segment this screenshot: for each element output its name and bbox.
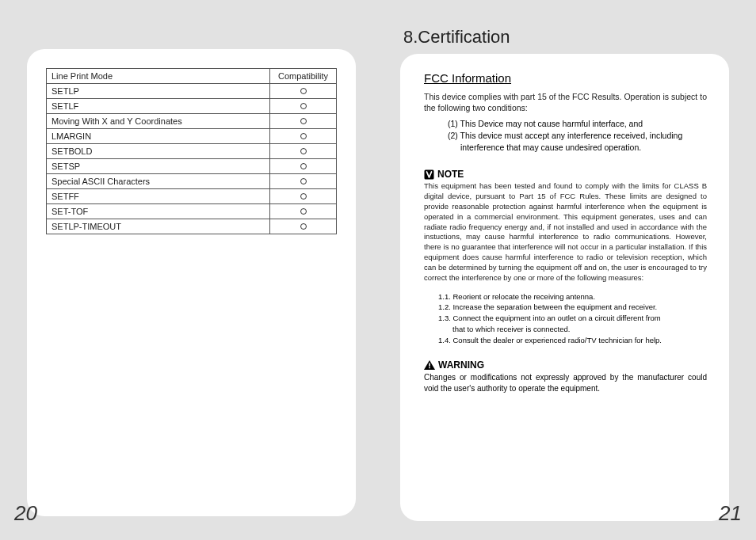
table-row: SET-TOF <box>47 204 337 219</box>
compat-mark-icon <box>300 118 307 124</box>
th-mode: Line Print Mode <box>47 69 270 84</box>
table-row: Special ASCII Characters <box>47 174 337 189</box>
measure-3a: 1.3. Connect the equipment into an outle… <box>438 313 707 324</box>
page-number-left: 20 <box>14 501 37 526</box>
th-compat: Compatibility <box>270 69 337 84</box>
compat-mark-icon <box>300 208 307 215</box>
page-number-right: 21 <box>719 501 742 526</box>
warning-label-row: WARNING <box>424 359 707 371</box>
warning-label: WARNING <box>438 359 484 371</box>
compat-mark-icon <box>300 223 307 230</box>
condition-2a: (2) This device must accept any interfer… <box>448 130 707 142</box>
warning-body: Changes or modifications not expressly a… <box>424 372 707 394</box>
compat-mark-icon <box>300 178 307 184</box>
table-row: SETFF <box>47 189 337 204</box>
measure-1: 1.1. Reorient or relocate the receiving … <box>438 291 707 302</box>
measure-3b: that to which receiver is connected. <box>438 324 707 335</box>
warning-icon <box>424 360 435 370</box>
condition-2b: interference that may cause undesired op… <box>448 142 707 154</box>
table-row: SETLF <box>47 99 337 114</box>
measure-4: 1.4. Consult the dealer or experienced r… <box>438 335 707 346</box>
right-card: FCC Information This device complies wit… <box>400 54 729 521</box>
note-label-row: NOTE <box>424 169 707 180</box>
table-row: SETBOLD <box>47 144 337 159</box>
note-label: NOTE <box>437 169 464 180</box>
svg-rect-1 <box>429 363 430 367</box>
page-right: 8.Certification FCC Information This dev… <box>378 0 756 540</box>
table-row: SETLP-TIMEOUT <box>47 219 337 234</box>
measure-2: 1.2. Increase the separation between the… <box>438 302 707 313</box>
command-table: Line Print Mode Compatibility SETLP SETL… <box>46 68 337 234</box>
fcc-heading: FCC Information <box>424 71 707 85</box>
compat-mark-icon <box>300 193 307 200</box>
condition-1: (1) This Device may not cause harmful in… <box>448 118 707 130</box>
note-body: This equipment has been tested and found… <box>424 181 707 283</box>
compat-mark-icon <box>300 148 307 154</box>
note-icon <box>424 169 434 180</box>
svg-rect-2 <box>429 367 430 369</box>
table-row: SETSP <box>47 159 337 174</box>
compat-mark-icon <box>300 133 307 139</box>
compat-mark-icon <box>300 163 307 169</box>
left-card: Line Print Mode Compatibility SETLP SETL… <box>27 49 356 516</box>
page-left: Line Print Mode Compatibility SETLP SETL… <box>0 0 378 540</box>
note-measures: 1.1. Reorient or relocate the receiving … <box>438 291 707 346</box>
table-row: SETLP <box>47 84 337 99</box>
compat-mark-icon <box>300 88 307 94</box>
table-row: Moving With X and Y Coordinates <box>47 114 337 129</box>
table-row: LMARGIN <box>47 129 337 144</box>
compat-mark-icon <box>300 103 307 109</box>
fcc-intro: This device complies with part 15 of the… <box>424 91 707 113</box>
section-title: 8.Certification <box>403 22 729 48</box>
fcc-conditions: (1) This Device may not cause harmful in… <box>448 118 707 153</box>
